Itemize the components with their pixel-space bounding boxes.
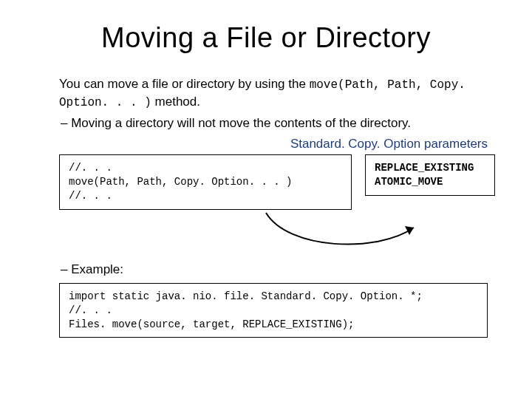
- bullet-example: Example:: [37, 262, 495, 279]
- code-box-example: import static java. nio. file. Standard.…: [59, 283, 488, 338]
- code-box-options: REPLACE_EXISTING ATOMIC_MOVE: [365, 154, 495, 196]
- slide: Moving a File or Directory You can move …: [0, 0, 532, 399]
- code1-line3: //. . .: [69, 190, 112, 202]
- intro-paragraph: You can move a file or directory by usin…: [37, 76, 495, 111]
- code2-line2: //. . .: [69, 304, 112, 316]
- code2-line1: import static java. nio. file. Standard.…: [69, 290, 423, 302]
- arrow-container: [37, 210, 495, 254]
- code1-line2: move(Path, Path, Copy. Option. . . ): [69, 176, 292, 188]
- option-line1: REPLACE_EXISTING: [375, 162, 474, 174]
- bullet-example-text: Example:: [71, 262, 123, 276]
- code-box-usage: //. . . move(Path, Path, Copy. Option. .…: [59, 154, 352, 210]
- code2-line3: Files. move(source, target, REPLACE_EXIS…: [69, 318, 354, 330]
- option-line2: ATOMIC_MOVE: [375, 176, 443, 188]
- bullet-note-text: Moving a directory will not move the con…: [71, 116, 411, 130]
- code1-line1: //. . .: [69, 162, 112, 174]
- svg-marker-0: [405, 226, 414, 235]
- bullet-note: Moving a directory will not move the con…: [37, 115, 495, 132]
- intro-text-pre: You can move a file or directory by usin…: [59, 77, 310, 91]
- intro-text-post: method.: [151, 95, 200, 109]
- arrow-icon: [259, 205, 429, 257]
- code-row: //. . . move(Path, Path, Copy. Option. .…: [59, 154, 495, 210]
- params-label: Standard. Copy. Option parameters: [37, 137, 488, 151]
- slide-title: Moving a File or Directory: [37, 22, 495, 54]
